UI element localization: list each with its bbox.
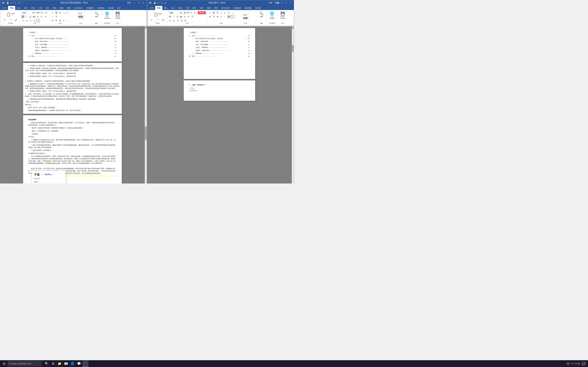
tab-ref-left[interactable]: 引用 bbox=[37, 6, 44, 10]
tab-baidu-right[interactable]: 百度网盘 bbox=[243, 6, 253, 10]
tab-search-left[interactable]: 告诉我 bbox=[106, 6, 115, 10]
line-spacing-right[interactable]: ↕ bbox=[223, 15, 227, 18]
left-login-btn[interactable]: 登录 bbox=[125, 1, 132, 4]
col-right[interactable]: ⚌ bbox=[227, 11, 230, 14]
underline-btn-left[interactable]: U bbox=[29, 15, 32, 18]
border-char-left[interactable]: A bbox=[36, 19, 40, 22]
tab-layout-right[interactable]: 布局 bbox=[177, 6, 184, 10]
align-left-right[interactable]: ⬅ bbox=[208, 15, 212, 18]
numbering-left[interactable]: ⓵ bbox=[55, 11, 58, 14]
tab-review-right[interactable]: 审阅 bbox=[198, 6, 205, 10]
right-login-btn[interactable]: 登录 bbox=[267, 1, 274, 4]
tab-home-right[interactable]: 开始 bbox=[155, 6, 162, 10]
border-right[interactable]: □ bbox=[231, 15, 234, 18]
dec-font-left[interactable]: A↓ bbox=[45, 11, 48, 14]
scroll-up-left[interactable]: ▲ bbox=[141, 28, 142, 29]
subscript-btn-left[interactable]: X₂ bbox=[36, 15, 39, 18]
tab-ref-right[interactable]: 引用 bbox=[184, 6, 191, 10]
ribbon-collapse-bar-right[interactable]: ∧ bbox=[147, 25, 294, 26]
multilevel-right[interactable]: ☰ bbox=[216, 11, 219, 14]
decrease-indent-left[interactable]: ◁ bbox=[62, 11, 66, 14]
shading-right[interactable]: ■ bbox=[227, 15, 230, 18]
tab-layout-left[interactable]: 布局 bbox=[29, 6, 37, 10]
left-scrollbar[interactable]: ▲ ▼ bbox=[145, 26, 147, 184]
maximize-btn-left[interactable]: ☐ bbox=[137, 1, 141, 4]
redo-qa-btn[interactable]: ↪ bbox=[14, 1, 17, 4]
highlight-right[interactable]: ▲ bbox=[172, 19, 176, 22]
minimize-btn-left[interactable]: — bbox=[132, 1, 137, 4]
bullets-left[interactable]: ≡ bbox=[51, 11, 54, 14]
tab-acrobat-left[interactable]: ACROBAT bbox=[72, 6, 85, 10]
tab-file-left[interactable]: 文件 bbox=[1, 6, 8, 10]
styles-gallery-left[interactable]: 正文 标题1 bbox=[77, 11, 85, 19]
popup-more-btn[interactable]: 更多释义» bbox=[44, 173, 52, 176]
scroll-track-right[interactable] bbox=[292, 29, 294, 184]
show-marks-left[interactable]: ¶ bbox=[55, 15, 58, 18]
close-btn-left[interactable]: ✕ bbox=[141, 1, 146, 4]
font-color-right[interactable]: A bbox=[169, 19, 172, 22]
format-painter-left[interactable]: 🖌 bbox=[13, 18, 19, 22]
save-baidu-left[interactable]: 💾 保存到百度网盘 bbox=[114, 11, 121, 19]
phonetic-btn-right[interactable]: 亞 bbox=[191, 15, 194, 18]
line-spacing-left[interactable]: ↕ bbox=[66, 19, 69, 22]
timer-btn-right[interactable]: 00:00 bbox=[198, 11, 206, 14]
right-extra-btn[interactable]: ☐▣ bbox=[275, 1, 279, 4]
find-btn-right[interactable]: 🔍 编辑 bbox=[259, 11, 264, 18]
scroll-track-left[interactable] bbox=[145, 29, 147, 184]
tab-search-right[interactable]: 告诉我 bbox=[253, 6, 262, 10]
align-center-left[interactable]: ☰ bbox=[55, 19, 58, 22]
paste-btn-left[interactable]: 📋 粘贴 ▾ bbox=[6, 11, 15, 18]
right-scrollbar[interactable]: ▲ ▼ bbox=[292, 26, 294, 184]
char-shade-right[interactable]: A bbox=[176, 19, 180, 22]
bold-btn-right[interactable]: B bbox=[169, 15, 172, 18]
tab-youdao-right[interactable]: 有道翻译 bbox=[232, 6, 243, 10]
minimize-btn-right[interactable]: — bbox=[279, 1, 284, 4]
phonetic-left[interactable]: 亞 bbox=[33, 19, 36, 22]
tab-design-left[interactable]: 设计 bbox=[22, 6, 29, 10]
sort-right[interactable]: ↕ bbox=[231, 11, 234, 14]
font-size-select-left[interactable]: 小四 ▾ bbox=[35, 12, 41, 14]
copy-btn-left[interactable]: 📄 bbox=[8, 18, 13, 22]
inc-font-left[interactable]: A↑ bbox=[41, 11, 44, 14]
char-shade-left[interactable]: A bbox=[29, 19, 32, 22]
dec-indent-right[interactable]: ◁ bbox=[219, 11, 223, 14]
tab-baidu-left[interactable]: 百度网盘 bbox=[95, 6, 106, 10]
numbering-right[interactable]: ⓵ bbox=[212, 11, 215, 14]
tab-insert-left[interactable]: 插入 bbox=[15, 6, 22, 10]
styles-gallery-right[interactable]: 正文 标题1 bbox=[242, 11, 250, 22]
enlarge-right[interactable]: 拼 bbox=[180, 19, 183, 22]
format-painter-right[interactable]: 🖌 bbox=[161, 18, 166, 21]
strikethrough-btn-right[interactable]: abc bbox=[180, 15, 183, 18]
tab-review-left[interactable]: 审阅 bbox=[51, 6, 58, 10]
highlight-left[interactable]: ▲ bbox=[25, 19, 29, 22]
italic-btn-left[interactable]: I bbox=[25, 15, 28, 18]
open-youdao-right[interactable]: 🌐 打开有道翻译 bbox=[269, 11, 276, 19]
tab-acrobat-right[interactable]: ACROBAT bbox=[219, 6, 232, 10]
superscript-btn-left[interactable]: X² bbox=[40, 15, 43, 18]
tab-youdao-left[interactable]: 有道翻译 bbox=[85, 6, 95, 10]
tab-home-left[interactable]: 开始 bbox=[8, 6, 15, 10]
paste-btn-right[interactable]: 📋 粘贴 ▾ bbox=[153, 11, 162, 18]
style-heading1[interactable]: 标题1 bbox=[78, 15, 84, 18]
scroll-up-arrow-right[interactable]: ▲ bbox=[292, 26, 294, 29]
copy-btn-right[interactable]: 📄 bbox=[155, 18, 160, 21]
align-left-left[interactable]: ⬅ bbox=[51, 19, 54, 22]
align-right-left[interactable]: ➡ bbox=[58, 19, 62, 22]
sort-left[interactable]: ↑↓ bbox=[51, 15, 54, 18]
align-center-right[interactable]: ☰ bbox=[212, 15, 215, 18]
popup-star-btn[interactable]: ☆ bbox=[41, 173, 43, 176]
inc-indent-right[interactable]: ▷ bbox=[223, 11, 227, 14]
maximize-btn-right[interactable]: ☐ bbox=[284, 1, 288, 4]
superscript-btn-right[interactable]: X² bbox=[187, 15, 190, 18]
cut-btn-right[interactable]: ✂ bbox=[149, 18, 155, 21]
tab-file-right[interactable]: 文件 bbox=[148, 6, 155, 10]
bullets-right[interactable]: ≡ bbox=[208, 11, 212, 14]
open-youdao-left[interactable]: 🌐 打开有道翻译 bbox=[104, 11, 110, 19]
audio-qa-btn-right[interactable]: 🔊 bbox=[164, 1, 167, 4]
right-layout-btn[interactable]: ☐▣ bbox=[275, 1, 279, 4]
undo-qa-btn[interactable]: ↩ bbox=[10, 1, 13, 4]
align-right-right[interactable]: ➡ bbox=[216, 15, 219, 18]
audio-qa-btn[interactable]: 🔊 bbox=[17, 1, 21, 4]
increase-indent-left[interactable]: ▷ bbox=[66, 11, 69, 14]
undo-qa-btn-right[interactable]: ↩ bbox=[157, 1, 160, 4]
